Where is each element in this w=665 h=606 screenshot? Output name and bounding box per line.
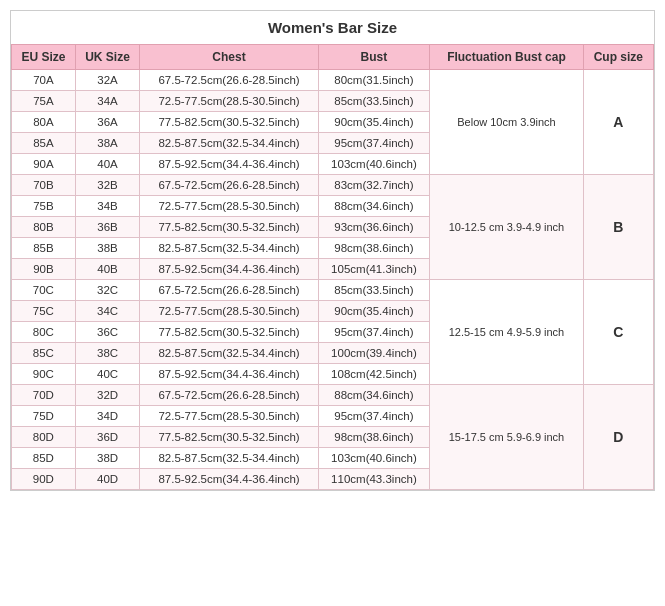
eu-size-cell: 75C	[12, 301, 76, 322]
uk-size-cell: 34C	[75, 301, 140, 322]
bust-cell: 80cm(31.5inch)	[318, 70, 429, 91]
cup-size-cell: D	[583, 385, 653, 490]
header-eu-size: EU Size	[12, 45, 76, 70]
chest-cell: 72.5-77.5cm(28.5-30.5inch)	[140, 301, 318, 322]
cup-size-cell: B	[583, 175, 653, 280]
eu-size-cell: 70C	[12, 280, 76, 301]
bust-cell: 105cm(41.3inch)	[318, 259, 429, 280]
eu-size-cell: 90A	[12, 154, 76, 175]
uk-size-cell: 34A	[75, 91, 140, 112]
eu-size-cell: 75D	[12, 406, 76, 427]
chest-cell: 77.5-82.5cm(30.5-32.5inch)	[140, 112, 318, 133]
eu-size-cell: 80C	[12, 322, 76, 343]
chest-cell: 82.5-87.5cm(32.5-34.4inch)	[140, 238, 318, 259]
bust-cell: 95cm(37.4inch)	[318, 406, 429, 427]
bust-cell: 103cm(40.6inch)	[318, 154, 429, 175]
uk-size-cell: 32B	[75, 175, 140, 196]
chest-cell: 82.5-87.5cm(32.5-34.4inch)	[140, 133, 318, 154]
bust-cell: 108cm(42.5inch)	[318, 364, 429, 385]
fluctuation-cell: Below 10cm 3.9inch	[430, 70, 584, 175]
table-body: 70A32A67.5-72.5cm(26.6-28.5inch)80cm(31.…	[12, 70, 654, 490]
header-chest: Chest	[140, 45, 318, 70]
uk-size-cell: 38D	[75, 448, 140, 469]
bust-cell: 95cm(37.4inch)	[318, 133, 429, 154]
uk-size-cell: 36A	[75, 112, 140, 133]
chest-cell: 67.5-72.5cm(26.6-28.5inch)	[140, 175, 318, 196]
chest-cell: 87.5-92.5cm(34.4-36.4inch)	[140, 469, 318, 490]
eu-size-cell: 90D	[12, 469, 76, 490]
fluctuation-cell: 10-12.5 cm 3.9-4.9 inch	[430, 175, 584, 280]
table-row: 70C32C67.5-72.5cm(26.6-28.5inch)85cm(33.…	[12, 280, 654, 301]
bust-cell: 110cm(43.3inch)	[318, 469, 429, 490]
header-cup-size: Cup size	[583, 45, 653, 70]
chest-cell: 67.5-72.5cm(26.6-28.5inch)	[140, 280, 318, 301]
chest-cell: 77.5-82.5cm(30.5-32.5inch)	[140, 322, 318, 343]
uk-size-cell: 40B	[75, 259, 140, 280]
bust-cell: 90cm(35.4inch)	[318, 112, 429, 133]
chest-cell: 87.5-92.5cm(34.4-36.4inch)	[140, 154, 318, 175]
bust-cell: 85cm(33.5inch)	[318, 91, 429, 112]
eu-size-cell: 80B	[12, 217, 76, 238]
table-row: 70D32D67.5-72.5cm(26.6-28.5inch)88cm(34.…	[12, 385, 654, 406]
bust-cell: 98cm(38.6inch)	[318, 427, 429, 448]
header-uk-size: UK Size	[75, 45, 140, 70]
bust-cell: 100cm(39.4inch)	[318, 343, 429, 364]
bust-cell: 85cm(33.5inch)	[318, 280, 429, 301]
cup-size-cell: A	[583, 70, 653, 175]
uk-size-cell: 40C	[75, 364, 140, 385]
fluctuation-cell: 12.5-15 cm 4.9-5.9 inch	[430, 280, 584, 385]
bra-size-table-wrapper: Women's Bar Size EU Size UK Size Chest B…	[10, 10, 655, 491]
bust-cell: 98cm(38.6inch)	[318, 238, 429, 259]
table-title: Women's Bar Size	[11, 11, 654, 44]
uk-size-cell: 32C	[75, 280, 140, 301]
uk-size-cell: 32A	[75, 70, 140, 91]
uk-size-cell: 36D	[75, 427, 140, 448]
eu-size-cell: 90C	[12, 364, 76, 385]
chest-cell: 72.5-77.5cm(28.5-30.5inch)	[140, 406, 318, 427]
uk-size-cell: 38B	[75, 238, 140, 259]
table-row: 70A32A67.5-72.5cm(26.6-28.5inch)80cm(31.…	[12, 70, 654, 91]
bust-cell: 95cm(37.4inch)	[318, 322, 429, 343]
eu-size-cell: 85C	[12, 343, 76, 364]
eu-size-cell: 80A	[12, 112, 76, 133]
eu-size-cell: 90B	[12, 259, 76, 280]
chest-cell: 82.5-87.5cm(32.5-34.4inch)	[140, 448, 318, 469]
bust-cell: 88cm(34.6inch)	[318, 196, 429, 217]
bust-cell: 83cm(32.7inch)	[318, 175, 429, 196]
uk-size-cell: 34D	[75, 406, 140, 427]
bust-cell: 90cm(35.4inch)	[318, 301, 429, 322]
header-bust: Bust	[318, 45, 429, 70]
chest-cell: 72.5-77.5cm(28.5-30.5inch)	[140, 91, 318, 112]
chest-cell: 67.5-72.5cm(26.6-28.5inch)	[140, 70, 318, 91]
bust-cell: 88cm(34.6inch)	[318, 385, 429, 406]
chest-cell: 87.5-92.5cm(34.4-36.4inch)	[140, 364, 318, 385]
uk-size-cell: 36C	[75, 322, 140, 343]
eu-size-cell: 85A	[12, 133, 76, 154]
eu-size-cell: 75B	[12, 196, 76, 217]
bra-size-table: EU Size UK Size Chest Bust Fluctuation B…	[11, 44, 654, 490]
chest-cell: 72.5-77.5cm(28.5-30.5inch)	[140, 196, 318, 217]
uk-size-cell: 38C	[75, 343, 140, 364]
chest-cell: 77.5-82.5cm(30.5-32.5inch)	[140, 217, 318, 238]
eu-size-cell: 85B	[12, 238, 76, 259]
eu-size-cell: 85D	[12, 448, 76, 469]
bust-cell: 103cm(40.6inch)	[318, 448, 429, 469]
chest-cell: 77.5-82.5cm(30.5-32.5inch)	[140, 427, 318, 448]
eu-size-cell: 70B	[12, 175, 76, 196]
bust-cell: 93cm(36.6inch)	[318, 217, 429, 238]
uk-size-cell: 38A	[75, 133, 140, 154]
eu-size-cell: 75A	[12, 91, 76, 112]
chest-cell: 67.5-72.5cm(26.6-28.5inch)	[140, 385, 318, 406]
table-row: 70B32B67.5-72.5cm(26.6-28.5inch)83cm(32.…	[12, 175, 654, 196]
header-row: EU Size UK Size Chest Bust Fluctuation B…	[12, 45, 654, 70]
eu-size-cell: 70A	[12, 70, 76, 91]
uk-size-cell: 40D	[75, 469, 140, 490]
uk-size-cell: 40A	[75, 154, 140, 175]
chest-cell: 87.5-92.5cm(34.4-36.4inch)	[140, 259, 318, 280]
uk-size-cell: 36B	[75, 217, 140, 238]
fluctuation-cell: 15-17.5 cm 5.9-6.9 inch	[430, 385, 584, 490]
uk-size-cell: 32D	[75, 385, 140, 406]
eu-size-cell: 80D	[12, 427, 76, 448]
cup-size-cell: C	[583, 280, 653, 385]
header-fluctuation: Fluctuation Bust cap	[430, 45, 584, 70]
